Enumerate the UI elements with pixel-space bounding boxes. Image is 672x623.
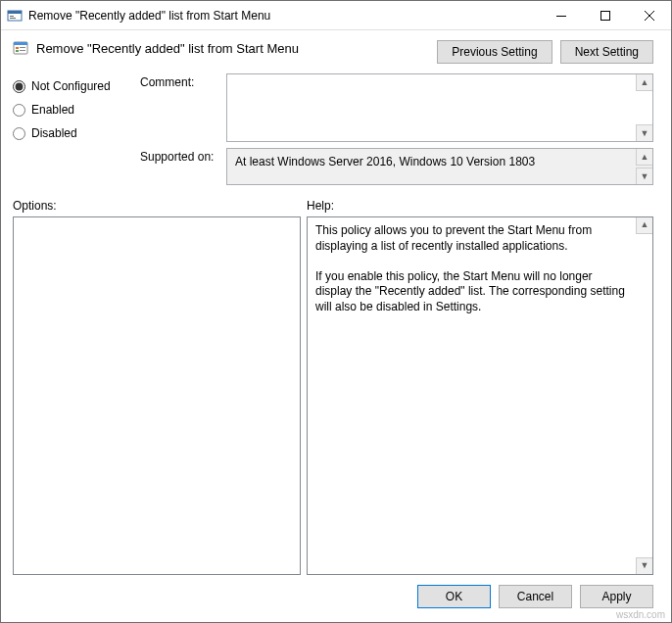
minimize-button[interactable]: [539, 1, 583, 29]
supported-label: Supported on:: [140, 148, 218, 164]
scroll-up-icon[interactable]: ▲: [636, 217, 652, 234]
nav-buttons: Previous Setting Next Setting: [437, 40, 653, 64]
policy-title: Remove "Recently added" list from Start …: [36, 40, 437, 56]
header-row: Remove "Recently added" list from Start …: [1, 30, 671, 70]
title-bar[interactable]: Remove "Recently added" list from Start …: [1, 1, 671, 30]
radio-enabled-input[interactable]: [13, 104, 25, 117]
dialog-body: Remove "Recently added" list from Start …: [1, 30, 671, 622]
help-text-p1: This policy allows you to prevent the St…: [315, 223, 629, 254]
svg-rect-5: [600, 11, 609, 20]
scroll-down-icon[interactable]: ▼: [636, 168, 652, 184]
comment-textbox[interactable]: ▲ ▼: [226, 73, 653, 142]
app-icon: [7, 8, 23, 24]
svg-rect-3: [10, 18, 16, 19]
svg-rect-2: [10, 16, 14, 17]
radio-not-configured-input[interactable]: [13, 80, 25, 93]
radio-not-configured[interactable]: Not Configured: [13, 79, 130, 93]
help-label: Help:: [307, 199, 334, 213]
watermark: wsxdn.com: [616, 609, 665, 620]
supported-row: Supported on: At least Windows Server 20…: [140, 148, 653, 185]
svg-rect-8: [16, 47, 19, 49]
dialog-window: Remove "Recently added" list from Start …: [0, 0, 672, 623]
section-labels: Options: Help:: [1, 193, 671, 216]
next-setting-button[interactable]: Next Setting: [560, 40, 653, 64]
scroll-down-icon[interactable]: ▼: [636, 557, 652, 574]
radio-disabled-label: Disabled: [31, 126, 77, 140]
svg-rect-11: [20, 50, 25, 51]
apply-button[interactable]: Apply: [580, 585, 653, 608]
previous-setting-button[interactable]: Previous Setting: [437, 40, 552, 64]
caption-buttons: [539, 1, 671, 29]
svg-rect-4: [556, 16, 566, 17]
dialog-footer: OK Cancel Apply: [1, 575, 671, 622]
svg-rect-9: [20, 47, 25, 48]
comment-label: Comment:: [140, 73, 218, 89]
radio-disabled-input[interactable]: [13, 127, 25, 140]
config-area: Not Configured Enabled Disabled Comment:…: [1, 70, 671, 193]
svg-rect-10: [16, 50, 19, 52]
ok-button[interactable]: OK: [417, 585, 491, 608]
cancel-button[interactable]: Cancel: [499, 585, 572, 608]
radio-enabled[interactable]: Enabled: [13, 103, 130, 117]
help-pane: This policy allows you to prevent the St…: [307, 216, 653, 575]
close-button[interactable]: [627, 1, 671, 29]
fields-column: Comment: ▲ ▼ Supported on: At least Wind…: [140, 73, 653, 185]
scroll-down-icon[interactable]: ▼: [636, 124, 652, 141]
radio-not-configured-label: Not Configured: [31, 79, 111, 93]
svg-rect-7: [14, 42, 27, 45]
maximize-button[interactable]: [583, 1, 627, 29]
supported-value: At least Windows Server 2016, Windows 10…: [231, 151, 648, 172]
svg-rect-1: [8, 11, 22, 14]
panes: This policy allows you to prevent the St…: [1, 216, 671, 575]
policy-icon: [13, 40, 28, 56]
scroll-up-icon[interactable]: ▲: [636, 149, 652, 166]
state-radio-group: Not Configured Enabled Disabled: [13, 73, 130, 185]
comment-row: Comment: ▲ ▼: [140, 73, 653, 142]
scroll-up-icon[interactable]: ▲: [636, 74, 652, 91]
options-label: Options:: [13, 199, 307, 213]
radio-enabled-label: Enabled: [31, 103, 74, 117]
radio-disabled[interactable]: Disabled: [13, 126, 130, 140]
supported-textbox: At least Windows Server 2016, Windows 10…: [226, 148, 653, 185]
help-text-p2: If you enable this policy, the Start Men…: [315, 269, 629, 315]
options-pane: [13, 216, 301, 575]
window-title: Remove "Recently added" list from Start …: [28, 9, 539, 23]
